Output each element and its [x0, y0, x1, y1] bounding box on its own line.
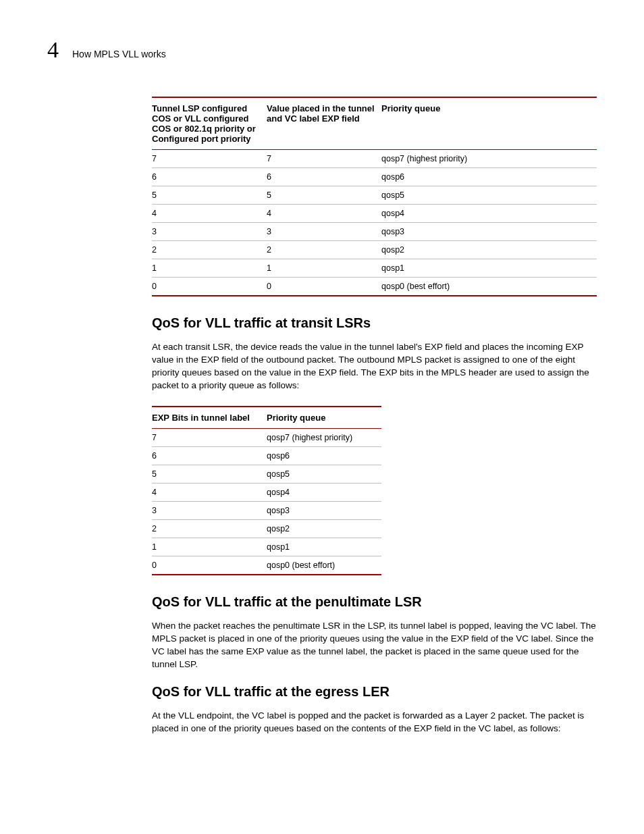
page-content: Tunnel LSP configured COS or VLL configu…	[152, 97, 597, 735]
table-row: 5qosp5	[152, 465, 381, 483]
table-cell: 7	[152, 428, 267, 446]
table-cell: 4	[152, 205, 267, 223]
table-cell: 5	[152, 465, 267, 483]
table-row: 3qosp3	[152, 501, 381, 519]
table-cell: qosp4	[381, 205, 597, 223]
table-header: EXP Bits in tunnel label	[152, 407, 267, 429]
table-cell: 3	[267, 223, 381, 241]
table-cell: qosp7 (highest priority)	[381, 150, 597, 168]
table-row: 77qosp7 (highest priority)	[152, 150, 597, 168]
table-cell: qosp7 (highest priority)	[267, 428, 381, 446]
table-cell: qosp1	[381, 259, 597, 278]
table-header: Tunnel LSP configured COS or VLL configu…	[152, 97, 267, 150]
body-text: When the packet reaches the penultimate …	[152, 619, 597, 671]
table-row: 55qosp5	[152, 186, 597, 205]
table-row: 00qosp0 (best effort)	[152, 278, 597, 296]
table-cell: qosp5	[381, 186, 597, 205]
table-cos-mapping: Tunnel LSP configured COS or VLL configu…	[152, 97, 597, 296]
table-cell: qosp0 (best effort)	[381, 278, 597, 296]
table-cell: qosp2	[381, 241, 597, 259]
table-cell: 2	[152, 519, 267, 538]
chapter-number: 4	[47, 37, 59, 63]
table-cell: 4	[152, 483, 267, 501]
chapter-title: How MPLS VLL works	[72, 49, 166, 59]
table-cell: qosp2	[267, 519, 381, 538]
table-row: 1qosp1	[152, 538, 381, 556]
table-cell: 5	[267, 186, 381, 205]
table-cell: qosp3	[381, 223, 597, 241]
table-row: 0qosp0 (best effort)	[152, 556, 381, 575]
table-exp-bits: EXP Bits in tunnel label Priority queue …	[152, 406, 381, 575]
body-text: At the VLL endpoint, the VC label is pop…	[152, 709, 597, 735]
table-header: Priority queue	[381, 97, 597, 150]
table-cell: 3	[152, 501, 267, 519]
table-row: 2qosp2	[152, 519, 381, 538]
table-row: 66qosp6	[152, 168, 597, 186]
table-cell: 0	[267, 278, 381, 296]
table-cell: qosp4	[267, 483, 381, 501]
table-cell: 6	[152, 446, 267, 465]
table-cell: 0	[152, 278, 267, 296]
table-cell: 6	[152, 168, 267, 186]
table-cell: qosp5	[267, 465, 381, 483]
table-cell: 0	[152, 556, 267, 575]
table-cell: 3	[152, 223, 267, 241]
table-cell: 6	[267, 168, 381, 186]
body-text: At each transit LSR, the device reads th…	[152, 340, 597, 392]
table-row: 11qosp1	[152, 259, 597, 278]
page: 4 How MPLS VLL works Tunnel LSP configur…	[0, 0, 644, 789]
table-row: 4qosp4	[152, 483, 381, 501]
table-cell: 5	[152, 186, 267, 205]
table-row: 44qosp4	[152, 205, 597, 223]
section-heading-penultimate-lsr: QoS for VLL traffic at the penultimate L…	[152, 594, 597, 610]
table-cell: qosp3	[267, 501, 381, 519]
table-cell: 1	[152, 538, 267, 556]
table-cell: 1	[152, 259, 267, 278]
table-cell: 2	[152, 241, 267, 259]
table-header: Value placed in the tunnel and VC label …	[267, 97, 381, 150]
table-row: 6qosp6	[152, 446, 381, 465]
section-heading-egress-ler: QoS for VLL traffic at the egress LER	[152, 684, 597, 700]
table-cell: qosp1	[267, 538, 381, 556]
table-row: 22qosp2	[152, 241, 597, 259]
table-cell: qosp0 (best effort)	[267, 556, 381, 575]
table-cell: 4	[267, 205, 381, 223]
table-cell: 2	[267, 241, 381, 259]
table-cell: qosp6	[267, 446, 381, 465]
section-heading-transit-lsr: QoS for VLL traffic at transit LSRs	[152, 315, 597, 331]
table-cell: 7	[152, 150, 267, 168]
table-cell: qosp6	[381, 168, 597, 186]
table-cell: 1	[267, 259, 381, 278]
page-header: 4 How MPLS VLL works	[47, 37, 597, 63]
table-row: 7qosp7 (highest priority)	[152, 428, 381, 446]
table-header: Priority queue	[267, 407, 381, 429]
table-cell: 7	[267, 150, 381, 168]
table-row: 33qosp3	[152, 223, 597, 241]
